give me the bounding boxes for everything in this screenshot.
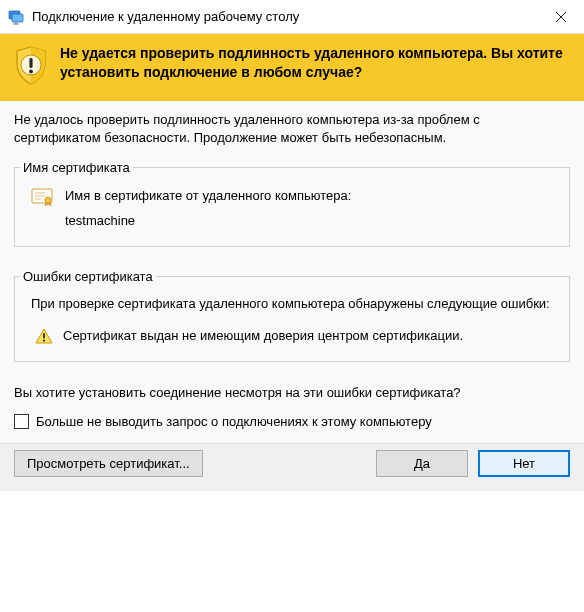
close-button[interactable] (538, 0, 584, 33)
window-titlebar: Подключение к удаленному рабочему столу (0, 0, 584, 34)
svg-rect-5 (29, 58, 32, 68)
cert-group-title: Имя сертификата (20, 160, 133, 175)
dont-ask-checkbox[interactable] (14, 414, 29, 429)
svg-point-13 (43, 339, 45, 341)
explanation-text: Не удалось проверить подлинность удаленн… (14, 111, 570, 146)
button-row: Просмотреть сертификат... Да Нет (0, 443, 584, 491)
error-text: Сертификат выдан не имеющим доверия цент… (63, 327, 463, 345)
error-item: Сертификат выдан не имеющим доверия цент… (31, 327, 553, 347)
cert-errors-group: При проверке сертификата удаленного комп… (14, 276, 570, 362)
close-icon (555, 11, 567, 23)
warning-triangle-icon (35, 328, 53, 347)
no-button[interactable]: Нет (478, 450, 570, 477)
connection-prompt: Вы хотите установить соединение несмотря… (0, 380, 584, 412)
dont-ask-row[interactable]: Больше не выводить запрос о подключениях… (0, 412, 584, 443)
cert-name-label: Имя в сертификате от удаленного компьюте… (65, 186, 351, 207)
warning-banner: Не удается проверить подлинность удаленн… (0, 34, 584, 101)
svg-point-6 (29, 70, 33, 74)
yes-button[interactable]: Да (376, 450, 468, 477)
rdp-app-icon (8, 9, 24, 25)
banner-text: Не удается проверить подлинность удаленн… (60, 44, 570, 82)
svg-rect-12 (43, 333, 45, 339)
shield-warning-icon (14, 46, 48, 89)
window-title: Подключение к удаленному рабочему столу (32, 9, 538, 24)
cert-name-group: Имя в сертификате от удаленного компьюте… (14, 167, 570, 247)
errors-group-title: Ошибки сертификата (20, 269, 156, 284)
certificate-icon (31, 188, 53, 209)
view-certificate-button[interactable]: Просмотреть сертификат... (14, 450, 203, 477)
errors-intro: При проверке сертификата удаленного комп… (31, 295, 553, 313)
cert-name-value: testmachine (65, 211, 351, 232)
svg-rect-1 (12, 14, 23, 22)
dont-ask-label: Больше не выводить запрос о подключениях… (36, 414, 432, 429)
